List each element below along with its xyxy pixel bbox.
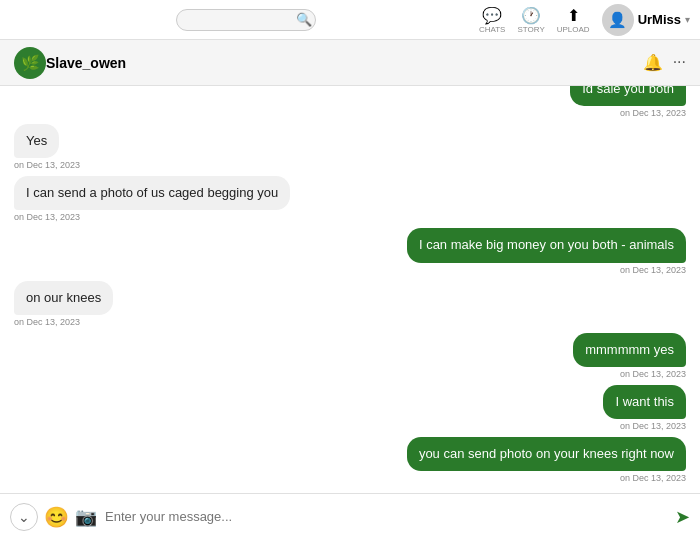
chat-header: 🌿 Slave_owen 🔔 ··· bbox=[0, 40, 700, 86]
notification-bell-icon[interactable]: 🔔 bbox=[643, 53, 663, 72]
message-time: on Dec 13, 2023 bbox=[620, 473, 686, 483]
message-row: I can make big money on you both - anima… bbox=[14, 228, 686, 274]
input-area: ⌄ 😊 📷 ➤ bbox=[0, 493, 700, 539]
message-row: I can send a photo of us caged begging y… bbox=[14, 176, 686, 222]
messages-area: 🙂 cage for you and heron Dec 13, 2023Mmm… bbox=[0, 86, 700, 493]
message-row: Id sale you bothon Dec 13, 2023 bbox=[14, 86, 686, 118]
message-row: Yeson Dec 13, 2023 bbox=[14, 124, 686, 170]
chevron-down-icon: ▾ bbox=[685, 14, 690, 25]
sent-bubble: I can make big money on you both - anima… bbox=[407, 228, 686, 262]
message-time: on Dec 13, 2023 bbox=[620, 369, 686, 379]
top-navigation: 🔍 💬 CHATS 🕐 STORY ⬆ UPLOAD 👤 UrMiss ▾ bbox=[0, 0, 700, 40]
media-button[interactable]: 📷 bbox=[75, 506, 97, 528]
message-time: on Dec 13, 2023 bbox=[620, 421, 686, 431]
upload-label: UPLOAD bbox=[557, 25, 590, 34]
received-bubble: on our knees bbox=[14, 281, 113, 315]
message-row: I want thison Dec 13, 2023 bbox=[14, 385, 686, 431]
send-button[interactable]: ➤ bbox=[675, 506, 690, 528]
nav-icons: 💬 CHATS 🕐 STORY ⬆ UPLOAD 👤 UrMiss ▾ bbox=[479, 4, 690, 36]
received-bubble: I can send a photo of us caged begging y… bbox=[14, 176, 290, 210]
message-row: on our kneeson Dec 13, 2023 bbox=[14, 281, 686, 327]
message-input[interactable] bbox=[105, 509, 669, 524]
message-time: on Dec 13, 2023 bbox=[620, 108, 686, 118]
sent-bubble: mmmmmm yes bbox=[573, 333, 686, 367]
message-time: on Dec 13, 2023 bbox=[14, 160, 80, 170]
user-area[interactable]: 👤 UrMiss ▾ bbox=[602, 4, 690, 36]
message-row: you can send photo on your knees right n… bbox=[14, 437, 686, 483]
sent-bubble: Id sale you both bbox=[570, 86, 686, 106]
chats-label: CHATS bbox=[479, 25, 506, 34]
search-bar: 🔍 bbox=[10, 9, 479, 31]
story-icon: 🕐 bbox=[521, 6, 541, 25]
chats-nav-item[interactable]: 💬 CHATS bbox=[479, 6, 506, 34]
search-input[interactable] bbox=[176, 9, 316, 31]
sent-bubble: you can send photo on your knees right n… bbox=[407, 437, 686, 471]
story-label: STORY bbox=[517, 25, 544, 34]
search-icon: 🔍 bbox=[296, 12, 312, 27]
user-avatar: 👤 bbox=[602, 4, 634, 36]
header-actions: 🔔 ··· bbox=[643, 53, 686, 72]
scroll-down-button[interactable]: ⌄ bbox=[10, 503, 38, 531]
message-time: on Dec 13, 2023 bbox=[620, 265, 686, 275]
chat-icon: 💬 bbox=[482, 6, 502, 25]
message-time: on Dec 13, 2023 bbox=[14, 317, 80, 327]
contact-name: Slave_owen bbox=[46, 55, 643, 71]
contact-avatar: 🌿 bbox=[14, 47, 46, 79]
message-time: on Dec 13, 2023 bbox=[14, 212, 80, 222]
upload-icon: ⬆ bbox=[567, 6, 580, 25]
story-nav-item[interactable]: 🕐 STORY bbox=[517, 6, 544, 34]
received-bubble: Yes bbox=[14, 124, 59, 158]
username-display: UrMiss bbox=[638, 12, 681, 27]
sent-bubble: I want this bbox=[603, 385, 686, 419]
more-options-icon[interactable]: ··· bbox=[673, 53, 686, 72]
upload-nav-item[interactable]: ⬆ UPLOAD bbox=[557, 6, 590, 34]
message-row: mmmmmm yeson Dec 13, 2023 bbox=[14, 333, 686, 379]
emoji-button[interactable]: 😊 bbox=[44, 505, 69, 529]
